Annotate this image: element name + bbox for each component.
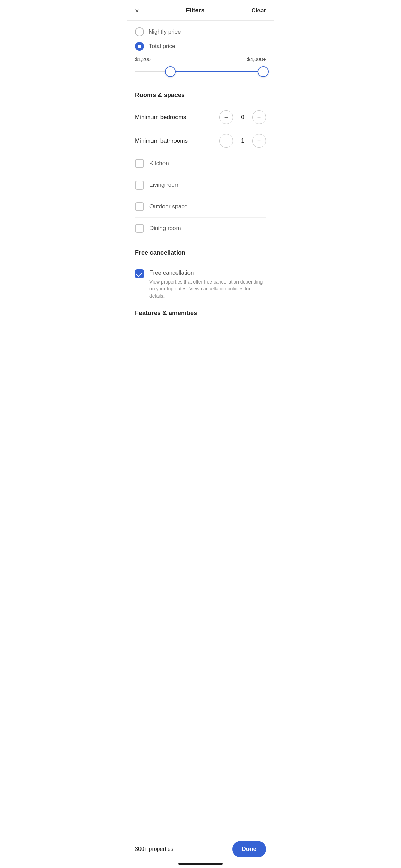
bedrooms-counter-row: Minimum bedrooms − 0 + — [135, 106, 266, 129]
dining-room-label: Dining room — [149, 225, 181, 232]
dining-room-option[interactable]: Dining room — [135, 218, 266, 239]
slider-track — [135, 71, 266, 72]
dining-room-checkbox[interactable] — [135, 224, 144, 233]
cancellation-text: Free cancellation View properties that o… — [149, 269, 266, 299]
nightly-price-label: Nightly price — [149, 28, 181, 35]
features-section-title: Features & amenities — [135, 310, 266, 317]
bathrooms-counter-row: Minimum bathrooms − 1 + — [135, 129, 266, 153]
bedrooms-controls: − 0 + — [219, 110, 266, 124]
nightly-price-option[interactable]: Nightly price — [135, 27, 266, 36]
price-slider[interactable] — [135, 65, 266, 78]
living-room-label: Living room — [149, 182, 180, 189]
kitchen-label: Kitchen — [149, 160, 169, 167]
kitchen-checkbox[interactable] — [135, 159, 144, 168]
rooms-section-title: Rooms & spaces — [135, 92, 266, 99]
clear-button[interactable]: Clear — [251, 7, 266, 14]
cancellation-section-title: Free cancellation — [135, 249, 266, 256]
close-button[interactable]: × — [135, 7, 139, 14]
bathrooms-label: Minimum bathrooms — [135, 137, 188, 144]
bathrooms-decrement-button[interactable]: − — [219, 134, 233, 148]
kitchen-option[interactable]: Kitchen — [135, 153, 266, 174]
home-indicator-bar — [178, 863, 223, 865]
slider-thumb-left[interactable] — [165, 66, 176, 77]
total-price-radio[interactable] — [135, 42, 144, 51]
home-indicator — [127, 863, 274, 868]
total-price-label: Total price — [149, 43, 175, 50]
filter-header: × Filters Clear — [127, 0, 274, 21]
cancellation-checkbox-label: Free cancellation — [149, 269, 266, 276]
bathrooms-value: 1 — [239, 137, 246, 144]
cancellation-description: View properties that offer free cancella… — [149, 278, 266, 299]
outdoor-space-option[interactable]: Outdoor space — [135, 196, 266, 218]
price-min-label: $1,200 — [135, 56, 151, 62]
free-cancellation-option[interactable]: Free cancellation View properties that o… — [135, 263, 266, 299]
cancellation-section: Free cancellation Free cancellation View… — [135, 249, 266, 299]
living-room-checkbox[interactable] — [135, 181, 144, 190]
footer: 300+ properties Done — [127, 836, 274, 868]
bathrooms-controls: − 1 + — [219, 134, 266, 148]
slider-fill — [170, 71, 263, 72]
bedrooms-value: 0 — [239, 114, 246, 121]
living-room-option[interactable]: Living room — [135, 174, 266, 196]
outdoor-space-label: Outdoor space — [149, 203, 188, 210]
nightly-price-radio[interactable] — [135, 27, 144, 36]
done-button[interactable]: Done — [232, 841, 266, 857]
bedrooms-decrement-button[interactable]: − — [219, 110, 233, 124]
price-max-label: $4,000+ — [247, 56, 266, 62]
page-title: Filters — [186, 7, 205, 14]
properties-count: 300+ properties — [135, 846, 173, 852]
features-section: Features & amenities — [135, 310, 266, 327]
bedrooms-label: Minimum bedrooms — [135, 114, 186, 121]
free-cancellation-checkbox[interactable] — [135, 269, 144, 278]
price-range-labels: $1,200 $4,000+ — [135, 56, 266, 62]
bedrooms-increment-button[interactable]: + — [252, 110, 266, 124]
features-divider — [127, 327, 274, 327]
bathrooms-increment-button[interactable]: + — [252, 134, 266, 148]
filter-content: Nightly price Total price $1,200 $4,000+… — [127, 21, 274, 362]
slider-thumb-right[interactable] — [258, 66, 269, 77]
outdoor-space-checkbox[interactable] — [135, 202, 144, 211]
footer-inner: 300+ properties Done — [127, 836, 274, 863]
total-price-option[interactable]: Total price — [135, 42, 266, 51]
price-section: Nightly price Total price $1,200 $4,000+ — [135, 21, 266, 88]
